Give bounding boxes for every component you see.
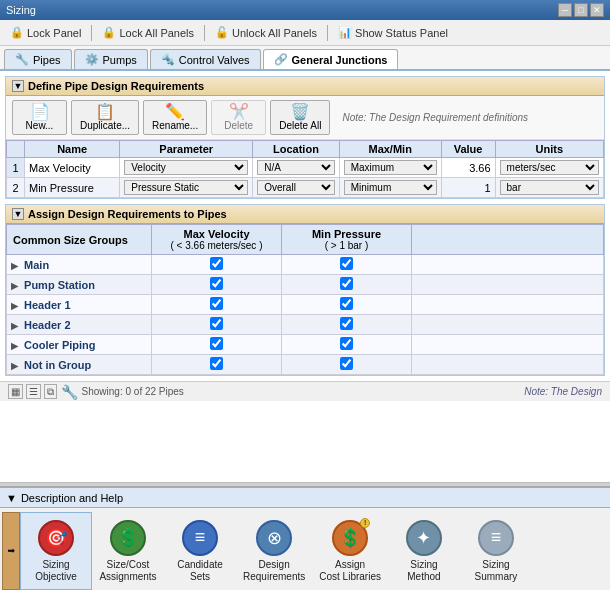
delete-button[interactable]: ✂️ Delete (211, 100, 266, 135)
description-help-bar: ▼ Description and Help (0, 488, 610, 508)
duplicate-button[interactable]: 📋 Duplicate... (71, 100, 139, 135)
req-location: Overall (253, 178, 339, 198)
delete-all-icon: 🗑️ (290, 104, 310, 120)
window-controls[interactable]: ─ □ ✕ (558, 3, 604, 17)
max-velocity-checkbox[interactable] (210, 357, 223, 370)
new-button[interactable]: 📄 New... (12, 100, 67, 135)
maximize-button[interactable]: □ (574, 3, 588, 17)
sizing-objective-button[interactable]: 🎯 SizingObjective (20, 512, 92, 590)
expand-icon[interactable]: ▼ (6, 492, 17, 504)
group-name: ▶ Cooler Piping (7, 335, 152, 355)
expand-icon[interactable]: ▶ (11, 361, 18, 371)
size-cost-assignments-button[interactable]: 💲 Size/CostAssignments (92, 512, 164, 590)
max-velocity-checkbox[interactable] (210, 257, 223, 270)
location-select[interactable]: Overall (257, 180, 334, 195)
req-parameter: Velocity (120, 158, 253, 178)
expand-icon[interactable]: ▶ (11, 301, 18, 311)
parameter-select[interactable]: Pressure Static (124, 180, 248, 195)
maxmin-select[interactable]: Minimum (344, 180, 437, 195)
size-cost-assignments-label: Size/CostAssignments (99, 559, 156, 583)
candidate-sets-label: CandidateSets (177, 559, 223, 583)
table-row: ▶ Cooler Piping (7, 335, 604, 355)
define-note: Note: The Design Requirement definitions (334, 112, 528, 123)
maxmin-select[interactable]: Maximum (344, 160, 437, 175)
sizing-summary-button[interactable]: ≡ SizingSummary (460, 512, 532, 590)
min-pressure-checkbox[interactable] (340, 257, 353, 270)
max-velocity-checkbox[interactable] (210, 277, 223, 290)
col-location: Location (253, 141, 339, 158)
units-select[interactable]: meters/sec (500, 160, 599, 175)
max-velocity-cell (152, 275, 282, 295)
show-status-button[interactable]: 📊 Show Status Panel (332, 24, 454, 41)
side-tab[interactable]: ⬆ (2, 512, 20, 590)
parameter-select[interactable]: Velocity (124, 160, 248, 175)
min-pressure-checkbox[interactable] (340, 317, 353, 330)
expand-icon[interactable]: ▶ (11, 261, 18, 271)
extra-cell (412, 355, 604, 375)
view-icons: ▦ ☰ ⧉ (8, 386, 57, 398)
filter-icon[interactable]: ⧉ (44, 384, 57, 399)
lock-all-panels-button[interactable]: 🔒 Lock All Panels (96, 24, 200, 41)
separator (327, 25, 328, 41)
close-button[interactable]: ✕ (590, 3, 604, 17)
row-num: 2 (7, 178, 25, 198)
requirements-table: Name Parameter Location Max/Min Value Un… (6, 140, 604, 198)
table-row: ▶ Header 1 (7, 295, 604, 315)
collapse-assign-button[interactable]: ▼ (12, 208, 24, 220)
tab-pumps[interactable]: ⚙️ Pumps (74, 49, 148, 69)
delete-all-button[interactable]: 🗑️ Delete All (270, 100, 330, 135)
design-requirements-button[interactable]: ⊗ DesignRequirements (236, 512, 312, 590)
max-velocity-checkbox[interactable] (210, 337, 223, 350)
pipe-icon: 🔧 (61, 384, 78, 400)
rename-icon: ✏️ (165, 104, 185, 120)
col-units: Units (495, 141, 603, 158)
min-pressure-checkbox[interactable] (340, 357, 353, 370)
grid-icon[interactable]: ▦ (8, 384, 23, 399)
sizing-objective-label: SizingObjective (35, 559, 77, 583)
col-extra (412, 225, 604, 255)
expand-icon[interactable]: ▶ (11, 281, 18, 291)
units-select[interactable]: bar (500, 180, 599, 195)
candidate-sets-button[interactable]: ≡ CandidateSets (164, 512, 236, 590)
minimize-button[interactable]: ─ (558, 3, 572, 17)
expand-icon[interactable]: ▶ (11, 321, 18, 331)
list-icon[interactable]: ☰ (26, 384, 41, 399)
min-pressure-checkbox[interactable] (340, 277, 353, 290)
req-units: meters/sec (495, 158, 603, 178)
col-parameter: Parameter (120, 141, 253, 158)
group-name: ▶ Not in Group (7, 355, 152, 375)
table-row: ▶ Header 2 (7, 315, 604, 335)
rename-button[interactable]: ✏️ Rename... (143, 100, 207, 135)
unlock-all-button[interactable]: 🔓 Unlock All Panels (209, 24, 323, 41)
tab-general-junctions[interactable]: 🔗 General Junctions (263, 49, 399, 69)
lock-panel-button[interactable]: 🔒 Lock Panel (4, 24, 87, 41)
min-pressure-checkbox[interactable] (340, 337, 353, 350)
min-pressure-checkbox[interactable] (340, 297, 353, 310)
min-pressure-cell (282, 295, 412, 315)
define-requirements-header: ▼ Define Pipe Design Requirements (6, 77, 604, 96)
size-cost-assignments-icon: 💲 (110, 520, 146, 556)
req-parameter: Pressure Static (120, 178, 253, 198)
table-row: ▶ Pump Station (7, 275, 604, 295)
tab-control-valves[interactable]: 🔩 Control Valves (150, 49, 261, 69)
showing-text: Showing: 0 of 22 Pipes (82, 386, 184, 397)
max-velocity-checkbox[interactable] (210, 317, 223, 330)
req-maxmin: Minimum (339, 178, 441, 198)
max-velocity-checkbox[interactable] (210, 297, 223, 310)
collapse-define-button[interactable]: ▼ (12, 80, 24, 92)
group-name: ▶ Pump Station (7, 275, 152, 295)
assign-cost-libraries-button[interactable]: 💲 ! AssignCost Libraries (312, 512, 388, 590)
pipes-tab-icon: 🔧 (15, 53, 29, 66)
new-icon: 📄 (30, 104, 50, 120)
col-num (7, 141, 25, 158)
sizing-method-label: SizingMethod (407, 559, 440, 583)
tab-pipes[interactable]: 🔧 Pipes (4, 49, 72, 69)
status-note: Note: The Design (524, 386, 602, 397)
req-value: 1 (441, 178, 495, 198)
sizing-summary-label: SizingSummary (475, 559, 518, 583)
min-pressure-cell (282, 275, 412, 295)
sizing-method-button[interactable]: ✦ SizingMethod (388, 512, 460, 590)
col-groups: Common Size Groups (7, 225, 152, 255)
location-select[interactable]: N/A (257, 160, 334, 175)
expand-icon[interactable]: ▶ (11, 341, 18, 351)
